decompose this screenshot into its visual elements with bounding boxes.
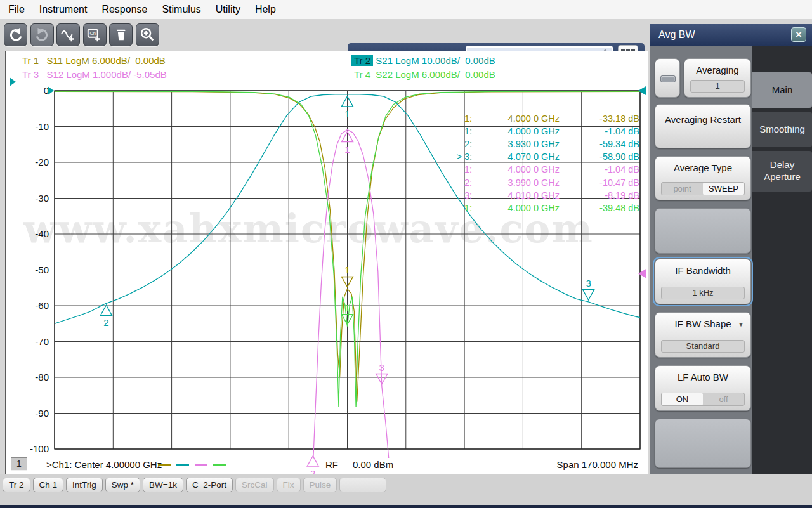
readout-row: 2:3.990 0 GHz-10.47 dB xyxy=(444,178,639,188)
menu-item-instrument[interactable]: Instrument xyxy=(37,3,89,16)
readout-row: 1:4.000 0 GHz-1.04 dB xyxy=(444,164,639,174)
trace-id[interactable]: Tr 2 xyxy=(351,55,373,66)
tab-main[interactable]: Main xyxy=(752,72,812,108)
average-type-button[interactable]: Average Type point SWEEP xyxy=(655,156,751,200)
key-label: IF Bandwidth xyxy=(655,265,750,277)
channel-stimulus-text: >Ch1: Center 4.00000 GHz xyxy=(46,459,162,470)
status-button-ch-1[interactable]: Ch 1 xyxy=(33,478,64,492)
menu-item-file[interactable]: File xyxy=(6,3,27,16)
readout-row: 3:4.010 0 GHz-8.19 dB xyxy=(444,190,639,200)
trace-id[interactable]: Tr 3 xyxy=(20,69,41,80)
tab-smoothing[interactable]: Smoothing xyxy=(752,112,812,147)
if-bw-shape-button[interactable]: IF BW Shape ▼ Standard xyxy=(655,312,751,358)
status-button-swp-[interactable]: Swp * xyxy=(105,478,140,492)
r-val: -1.04 dB xyxy=(560,164,639,174)
averaging-enable-button[interactable] xyxy=(655,58,680,98)
r-val: -8.19 dB xyxy=(560,190,639,200)
add-channel-icon[interactable]: Ch xyxy=(83,23,107,46)
status-button-bw-1k[interactable]: BW=1k xyxy=(143,478,183,492)
add-trace-icon[interactable] xyxy=(56,23,80,46)
trace-curve-tr3 xyxy=(310,130,393,474)
empty-softkey xyxy=(655,419,751,468)
readout-row: 1:4.000 0 GHz-33.18 dB xyxy=(444,114,639,124)
menu-item-response[interactable]: Response xyxy=(100,3,149,16)
averaging-restart-button[interactable]: Averaging Restart xyxy=(655,104,751,148)
y-axis-label: -10 xyxy=(35,121,49,132)
rf-label: RF xyxy=(325,459,338,470)
undo-icon[interactable] xyxy=(4,23,27,46)
status-button-fix[interactable]: Fix xyxy=(277,478,301,492)
trace-label-tr4[interactable]: Tr 4 S22 LogM 6.000dB/ 0.00dB xyxy=(351,69,495,80)
ref-level-indicator[interactable] xyxy=(638,269,646,278)
toolbar: IF BW 1 kHz Ch xyxy=(0,19,650,51)
ref-level-indicator[interactable] xyxy=(638,86,646,95)
trace-id[interactable]: Tr 1 xyxy=(20,55,41,66)
r-num: 1: xyxy=(444,164,472,174)
trace-id[interactable]: Tr 4 xyxy=(351,69,373,80)
legend-dash-tr2 xyxy=(176,464,189,466)
r-num: 1: xyxy=(444,203,472,213)
marker-number: 1 xyxy=(344,144,350,155)
status-button-inttrig[interactable]: IntTrig xyxy=(66,478,103,492)
y-axis-label: -90 xyxy=(35,408,49,419)
marker-number: 1 xyxy=(344,108,350,119)
zoom-icon[interactable] xyxy=(136,23,159,46)
average-type-toggle[interactable]: point SWEEP xyxy=(661,182,745,195)
menu-item-utility[interactable]: Utility xyxy=(214,3,242,16)
trace-label-tr3[interactable]: Tr 3 S12 LogM 1.000dB/ -5.05dB xyxy=(20,69,167,80)
r-val: -33.18 dB xyxy=(560,114,639,124)
key-label: Averaging Restart xyxy=(655,114,750,126)
r-num: > 3: xyxy=(444,152,472,162)
lf-auto-bw-button[interactable]: LF Auto BW ON off xyxy=(655,365,751,411)
status-button-srccal[interactable]: SrcCal xyxy=(235,478,274,492)
readout-row: 1:4.000 0 GHz-1.04 dB xyxy=(444,126,639,136)
if-bandwidth-value: 1 kHz xyxy=(661,287,745,299)
ref-level-indicator[interactable] xyxy=(10,77,16,86)
redo-icon xyxy=(30,23,54,46)
y-axis-label: -30 xyxy=(35,193,49,204)
averaging-count-value: 1 xyxy=(690,80,745,93)
status-button-empty[interactable] xyxy=(339,478,386,492)
option-sweep[interactable]: SWEEP xyxy=(703,183,744,195)
option-on[interactable]: ON xyxy=(662,393,703,405)
status-button-c-2-port[interactable]: C 2-Port xyxy=(186,478,233,492)
if-bandwidth-button[interactable]: IF Bandwidth 1 kHz xyxy=(655,259,751,304)
stimulus-row: 1 >Ch1: Center 4.00000 GHz RF 0.00 dBm S… xyxy=(6,459,648,474)
r-freq: 4.000 0 GHz xyxy=(472,164,560,174)
menu-item-help[interactable]: Help xyxy=(253,3,278,16)
averaging-button[interactable]: Averaging 1 xyxy=(684,58,751,98)
r-val: -39.48 dB xyxy=(560,203,639,213)
menu-item-stimulus[interactable]: Stimulus xyxy=(160,3,202,16)
marker-tr2-3[interactable]: 3 xyxy=(583,278,594,300)
r-num: 2: xyxy=(444,139,472,149)
marker-number: 3 xyxy=(586,278,591,289)
marker-number: 2 xyxy=(103,317,108,328)
bottom-edge xyxy=(0,505,812,508)
key-label: Average Type xyxy=(655,162,750,174)
marker-tr2-2[interactable]: 2 xyxy=(100,305,112,328)
trace-label-tr2[interactable]: Tr 2 S21 LogM 10.00dB/ 0.00dB xyxy=(351,55,495,66)
status-button-pulse[interactable]: Pulse xyxy=(303,478,337,492)
delete-icon[interactable] xyxy=(109,23,133,46)
lf-auto-bw-toggle[interactable]: ON off xyxy=(661,393,745,406)
trace-legend xyxy=(158,464,226,466)
channel-badge[interactable]: 1 xyxy=(11,457,27,471)
ref-level-indicator[interactable] xyxy=(48,86,54,95)
option-point[interactable]: point xyxy=(662,183,703,195)
y-axis-label: -20 xyxy=(35,157,49,167)
marker-number: 1 xyxy=(344,264,350,275)
legend-dash-tr1 xyxy=(158,464,171,466)
svg-text:Ch: Ch xyxy=(89,30,95,36)
y-axis-label: -70 xyxy=(35,336,49,347)
marker-number: 1 xyxy=(344,303,350,313)
option-off[interactable]: off xyxy=(703,393,744,405)
key-label: IF BW Shape xyxy=(655,318,750,330)
r-num: 1: xyxy=(444,126,472,136)
y-axis-label: -80 xyxy=(35,372,49,382)
close-icon[interactable]: ✕ xyxy=(791,27,806,42)
status-bar: Tr 2Ch 1IntTrigSwp *BW=1kC 2-PortSrcCalF… xyxy=(0,474,812,508)
status-button-tr-2[interactable]: Tr 2 xyxy=(3,478,30,492)
tab-delay-aperture[interactable]: Delay Aperture xyxy=(752,151,812,192)
trace-label-tr1[interactable]: Tr 1 S11 LogM 6.000dB/ 0.00dB xyxy=(20,55,166,66)
span-value: Span 170.000 MHz xyxy=(557,459,638,470)
